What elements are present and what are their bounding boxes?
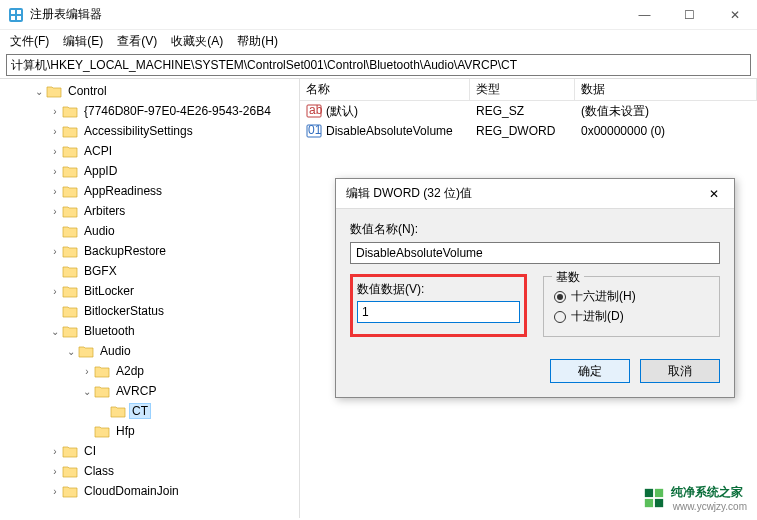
chevron-right-icon[interactable]: › bbox=[80, 366, 94, 377]
tree-node[interactable]: ·BGFX bbox=[0, 261, 299, 281]
folder-icon bbox=[62, 164, 78, 178]
column-type[interactable]: 类型 bbox=[470, 79, 575, 100]
tree-node[interactable]: ⌄Bluetooth bbox=[0, 321, 299, 341]
radio-hex-row[interactable]: 十六进制(H) bbox=[554, 288, 709, 305]
svg-rect-1 bbox=[11, 10, 15, 14]
maximize-button[interactable]: ☐ bbox=[667, 0, 712, 30]
value-data-label: 数值数据(V): bbox=[357, 281, 520, 298]
svg-rect-9 bbox=[645, 489, 653, 497]
value-data-input[interactable] bbox=[357, 301, 520, 323]
chevron-right-icon[interactable]: › bbox=[48, 466, 62, 477]
tree-node[interactable]: ›BitLocker bbox=[0, 281, 299, 301]
chevron-down-icon[interactable]: ⌄ bbox=[80, 386, 94, 397]
minimize-button[interactable]: — bbox=[622, 0, 667, 30]
chevron-right-icon[interactable]: › bbox=[48, 166, 62, 177]
value-data: 0x00000000 (0) bbox=[581, 124, 665, 138]
folder-icon bbox=[62, 184, 78, 198]
tree-node[interactable]: ›{7746D80F-97E0-4E26-9543-26B4 bbox=[0, 101, 299, 121]
radio-dec-row[interactable]: 十进制(D) bbox=[554, 308, 709, 325]
base-fieldset: 基数 十六进制(H) 十进制(D) bbox=[543, 276, 720, 337]
tree-node[interactable]: ›CI bbox=[0, 441, 299, 461]
tree-node[interactable]: ·Audio bbox=[0, 221, 299, 241]
value-type: REG_SZ bbox=[476, 104, 524, 118]
tree-label: BitLocker bbox=[81, 283, 137, 299]
chevron-down-icon[interactable]: ⌄ bbox=[64, 346, 78, 357]
tree-node[interactable]: ›BackupRestore bbox=[0, 241, 299, 261]
menu-view[interactable]: 查看(V) bbox=[117, 33, 157, 50]
chevron-right-icon[interactable]: › bbox=[48, 146, 62, 157]
folder-icon bbox=[62, 264, 78, 278]
folder-icon bbox=[62, 204, 78, 218]
folder-icon bbox=[110, 404, 126, 418]
tree-label: Bluetooth bbox=[81, 323, 138, 339]
chevron-right-icon[interactable]: › bbox=[48, 126, 62, 137]
folder-icon bbox=[62, 484, 78, 498]
tree-node[interactable]: ·CT bbox=[0, 401, 299, 421]
chevron-right-icon[interactable]: › bbox=[48, 106, 62, 117]
radio-hex[interactable] bbox=[554, 291, 566, 303]
folder-icon bbox=[62, 324, 78, 338]
value-name: (默认) bbox=[326, 103, 358, 120]
chevron-right-icon[interactable]: › bbox=[48, 206, 62, 217]
tree-node[interactable]: ›A2dp bbox=[0, 361, 299, 381]
menu-file[interactable]: 文件(F) bbox=[10, 33, 49, 50]
svg-rect-4 bbox=[17, 16, 21, 20]
tree-label: A2dp bbox=[113, 363, 147, 379]
tree-node[interactable]: ›ACPI bbox=[0, 141, 299, 161]
address-bar[interactable]: 计算机\HKEY_LOCAL_MACHINE\SYSTEM\ControlSet… bbox=[6, 54, 751, 76]
chevron-right-icon[interactable]: › bbox=[48, 246, 62, 257]
folder-icon bbox=[62, 464, 78, 478]
chevron-down-icon[interactable]: ⌄ bbox=[48, 326, 62, 337]
column-data[interactable]: 数据 bbox=[575, 79, 757, 100]
folder-icon bbox=[62, 144, 78, 158]
string-value-icon: ab bbox=[306, 103, 322, 119]
highlight-box: 数值数据(V): bbox=[350, 274, 527, 337]
value-row[interactable]: 0110DisableAbsoluteVolumeREG_DWORD0x0000… bbox=[300, 121, 757, 141]
tree-node[interactable]: ⌄Control bbox=[0, 81, 299, 101]
dialog-close-button[interactable]: ✕ bbox=[694, 179, 734, 209]
watermark: 纯净系统之家 www.ycwjzy.com bbox=[643, 484, 747, 512]
value-row[interactable]: ab(默认)REG_SZ(数值未设置) bbox=[300, 101, 757, 121]
edit-dword-dialog: 编辑 DWORD (32 位)值 ✕ 数值名称(N): 数值数据(V): 基数 … bbox=[335, 178, 735, 398]
tree-label: CloudDomainJoin bbox=[81, 483, 182, 499]
cancel-button[interactable]: 取消 bbox=[640, 359, 720, 383]
close-button[interactable]: ✕ bbox=[712, 0, 757, 30]
tree-node[interactable]: ›AppReadiness bbox=[0, 181, 299, 201]
svg-rect-12 bbox=[655, 499, 663, 507]
menu-edit[interactable]: 编辑(E) bbox=[63, 33, 103, 50]
binary-value-icon: 0110 bbox=[306, 123, 322, 139]
tree-node[interactable]: ›Class bbox=[0, 461, 299, 481]
tree-label: Audio bbox=[81, 223, 118, 239]
folder-icon bbox=[62, 284, 78, 298]
window-title: 注册表编辑器 bbox=[30, 6, 622, 23]
tree-node[interactable]: ›CloudDomainJoin bbox=[0, 481, 299, 501]
tree-node[interactable]: ›Arbiters bbox=[0, 201, 299, 221]
chevron-right-icon[interactable]: › bbox=[48, 486, 62, 497]
ok-button[interactable]: 确定 bbox=[550, 359, 630, 383]
tree-node[interactable]: ⌄Audio bbox=[0, 341, 299, 361]
chevron-right-icon[interactable]: › bbox=[48, 446, 62, 457]
column-name[interactable]: 名称 bbox=[300, 79, 470, 100]
radio-dec-label: 十进制(D) bbox=[571, 308, 624, 325]
tree-node[interactable]: ›AppID bbox=[0, 161, 299, 181]
watermark-logo-icon bbox=[643, 487, 665, 509]
value-name-input[interactable] bbox=[350, 242, 720, 264]
folder-icon bbox=[62, 304, 78, 318]
tree-label: BackupRestore bbox=[81, 243, 169, 259]
chevron-right-icon[interactable]: › bbox=[48, 286, 62, 297]
tree-label: Control bbox=[65, 83, 110, 99]
menu-favorites[interactable]: 收藏夹(A) bbox=[171, 33, 223, 50]
tree-node[interactable]: ›AccessibilitySettings bbox=[0, 121, 299, 141]
folder-icon bbox=[62, 124, 78, 138]
svg-rect-11 bbox=[645, 499, 653, 507]
menu-help[interactable]: 帮助(H) bbox=[237, 33, 278, 50]
tree-node[interactable]: ·BitlockerStatus bbox=[0, 301, 299, 321]
tree-label: BitlockerStatus bbox=[81, 303, 167, 319]
tree-node[interactable]: ⌄AVRCP bbox=[0, 381, 299, 401]
registry-tree[interactable]: ⌄Control›{7746D80F-97E0-4E26-9543-26B4›A… bbox=[0, 79, 300, 518]
chevron-right-icon[interactable]: › bbox=[48, 186, 62, 197]
radio-dec[interactable] bbox=[554, 311, 566, 323]
tree-node[interactable]: ·Hfp bbox=[0, 421, 299, 441]
chevron-down-icon[interactable]: ⌄ bbox=[32, 86, 46, 97]
value-name: DisableAbsoluteVolume bbox=[326, 124, 453, 138]
